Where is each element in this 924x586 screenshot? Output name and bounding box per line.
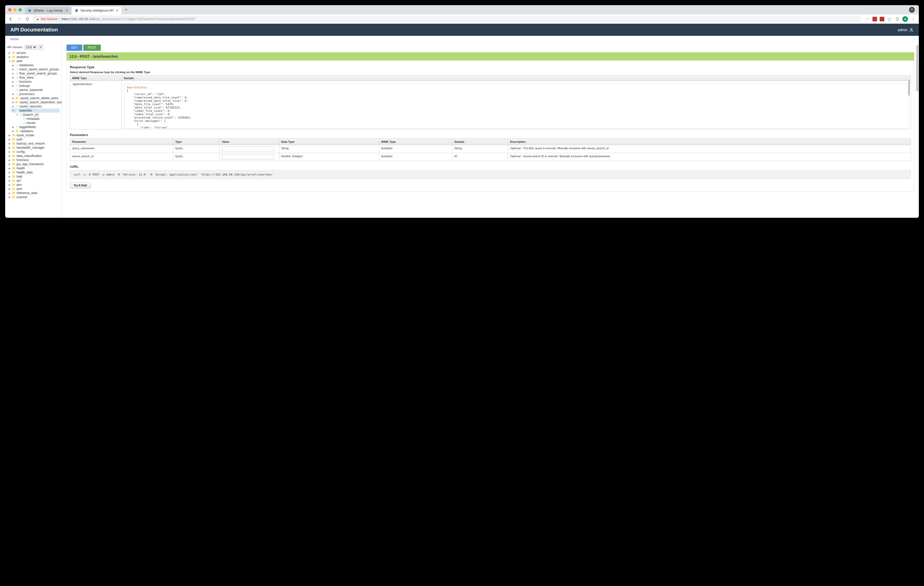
value-input-query-expression[interactable]	[222, 146, 274, 151]
value-input-saved-search-id[interactable]	[222, 155, 274, 159]
tree-item[interactable]: ▶📁backup_and_restore	[7, 142, 59, 146]
menu-icon[interactable]: ⋮	[911, 16, 916, 21]
blank-icon	[20, 118, 21, 120]
tree-item[interactable]: ▶📁health_data	[7, 170, 59, 174]
tree-item[interactable]: ▶📁scanner	[7, 195, 59, 199]
tree-item[interactable]: ▶📁validators	[11, 129, 59, 133]
try-it-out-button[interactable]: Try It Out!	[70, 182, 91, 188]
tree-item[interactable]: ▶📁saved_search_dependent_tasks	[11, 100, 59, 104]
tree-item[interactable]: ▶📁gui_app_framework	[7, 162, 59, 166]
maximize-window-icon[interactable]	[18, 8, 21, 12]
mime-value[interactable]: application/json	[70, 81, 121, 87]
tree-item-results[interactable]: 📄results	[18, 121, 59, 125]
cell-type: Query	[173, 153, 219, 161]
tree-item[interactable]: ▶📁help	[7, 174, 59, 179]
tree-item[interactable]: ▶📁qrm	[7, 183, 59, 187]
new-tab-button[interactable]: +	[123, 7, 129, 13]
forward-button[interactable]	[16, 16, 21, 21]
extension-icon[interactable]	[879, 17, 884, 21]
cell-sample: 42	[452, 153, 508, 161]
tree-item[interactable]: ▶📁data_classification	[7, 154, 59, 158]
tab-post[interactable]: POST	[83, 44, 101, 51]
close-icon[interactable]	[116, 9, 118, 12]
folder-icon: 📁	[12, 191, 15, 195]
cell-mime-type: text/plain	[379, 145, 452, 153]
tree-item-databases[interactable]: ▶📄databases	[11, 63, 59, 67]
col-mime-type: MIME Type	[379, 139, 452, 145]
back-button[interactable]	[8, 16, 13, 21]
tab-api[interactable]: Security Intelligence API	[72, 7, 121, 15]
cell-description: Optional - Saved search ID to execute. M…	[508, 153, 911, 161]
tree-item[interactable]: ▶📁reference_data	[7, 191, 59, 195]
tree-item[interactable]: ▶📄lookups	[11, 84, 59, 88]
tree-item[interactable]: ▶📁qvm	[7, 187, 59, 191]
tree-item[interactable]: ▶📁forensics	[7, 158, 59, 162]
tab-strip: QRadar - Log Activity Security Intellige…	[25, 5, 129, 15]
tree-item[interactable]: ▶📁auth	[7, 137, 59, 142]
extension-icon[interactable]	[873, 17, 877, 21]
tree-item[interactable]: ▶📄processors	[11, 92, 59, 96]
tree-item[interactable]: ▶📁health	[7, 166, 59, 170]
tree-item[interactable]: ▶📁qni	[7, 179, 59, 183]
star-icon[interactable]: ☆	[865, 16, 870, 21]
tree-item-search-id[interactable]: ▼📄{search_id}	[15, 113, 59, 117]
tree-item-searches[interactable]: ▼📄searches	[11, 109, 59, 113]
api-version-row: API Version: 12.0 ▼	[7, 44, 59, 50]
breadcrumb-home[interactable]: Home	[10, 37, 18, 41]
chevron-right-icon: ▶	[9, 196, 11, 198]
tree-item[interactable]: ▶📄flow_saved_search_groups	[11, 71, 59, 76]
chevron-right-icon: ▶	[9, 155, 11, 157]
folder-icon: 📁	[12, 154, 15, 158]
tree-item[interactable]: ▶📄functions	[11, 80, 59, 84]
chevron-right-icon: ▶	[12, 101, 14, 104]
tree-item[interactable]: ▶📁saved_search_delete_tasks	[11, 96, 59, 100]
tree-item[interactable]: 📄parser_keywords	[11, 88, 59, 92]
folder-icon: 📁	[12, 138, 15, 141]
tree-item[interactable]: ▶📄event_saved_search_groups	[11, 67, 59, 71]
api-version-select[interactable]: 12.0	[25, 45, 37, 49]
tree-item[interactable]: ▶📄flow_vlans	[11, 76, 59, 80]
svg-point-0	[28, 9, 31, 12]
tab-label: QRadar - Log Activity	[33, 9, 63, 12]
url-bar[interactable]: ▲ Not Secure | https://192.168.56.144/ap…	[33, 15, 861, 23]
chevron-down-icon[interactable]: ▼	[38, 44, 43, 50]
close-window-icon[interactable]	[8, 8, 12, 12]
camera-icon[interactable]: ◯	[887, 16, 892, 21]
sample-body: { "cursor_id": "s16", "compressed_data_f…	[127, 89, 906, 128]
svg-point-1	[75, 9, 78, 12]
file-icon: 📄	[23, 122, 26, 125]
puzzle-icon[interactable]	[894, 16, 900, 21]
file-icon: 📄	[15, 93, 18, 95]
tree-item-access[interactable]: ▶📁access	[7, 51, 59, 55]
chevron-right-icon: ▶	[12, 126, 15, 128]
mime-table: MIME Type application/json Sample Search…	[70, 75, 911, 129]
tree-item-ariel[interactable]: ▼📂ariel	[7, 59, 59, 63]
tree-item[interactable]: ▶📁asset_model	[7, 133, 59, 137]
minimize-window-icon[interactable]	[13, 8, 16, 12]
reload-button[interactable]	[25, 16, 30, 21]
tree-item[interactable]: ▶📁bandwidth_manager	[7, 146, 59, 150]
chevron-right-icon: ▶	[12, 130, 15, 132]
tree-item[interactable]: ▶📄saved_searches	[11, 104, 59, 109]
user-info[interactable]: admin	[898, 28, 914, 32]
page-title: API Documentation	[10, 27, 58, 33]
col-data-type: Data Type	[279, 139, 379, 145]
sample-box: SearchStatus { "cursor_id": "s16", "comp…	[124, 84, 908, 128]
tree-item-analytics[interactable]: ▶📁analytics	[7, 55, 59, 59]
tree-item[interactable]: ▶📄taggedfields	[11, 125, 59, 129]
close-icon[interactable]	[66, 9, 68, 12]
profile-avatar[interactable]: A	[903, 16, 908, 22]
toolbar-icons: ☆ ◯ A ⋮	[865, 16, 916, 22]
cell-type: Query	[173, 145, 219, 153]
chevron-down-icon: ▼	[12, 110, 15, 112]
favicon-icon	[75, 9, 78, 12]
tree-item-metadata[interactable]: 📄metadata	[18, 117, 59, 121]
tab-get[interactable]: GET	[66, 44, 82, 51]
tree-item[interactable]: ▶📁config	[7, 150, 59, 154]
scrollbar[interactable]	[908, 80, 910, 95]
col-sample: Sample	[452, 139, 508, 145]
tab-qradar[interactable]: QRadar - Log Activity	[25, 7, 71, 15]
parameters-table: Parameter Type Value Data Type MIME Type…	[70, 138, 911, 161]
scrollbar[interactable]	[916, 45, 918, 92]
file-icon: 📄	[19, 114, 22, 116]
